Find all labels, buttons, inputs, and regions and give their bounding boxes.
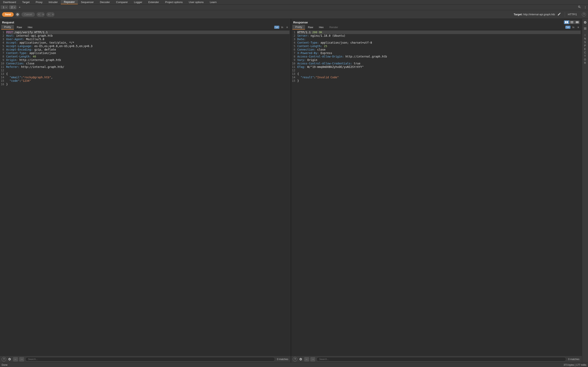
repeater-tab-2[interactable]: 2×: [9, 5, 17, 9]
layout-buttons: [564, 20, 580, 24]
menu-item-learn[interactable]: Learn: [207, 0, 220, 4]
view-tab-pretty[interactable]: Pretty: [1, 25, 14, 30]
top-menu: DashboardTargetProxyIntruderRepeaterSequ…: [0, 0, 588, 4]
response-title: Response: [293, 21, 308, 24]
response-newline-toggle[interactable]: \n: [565, 26, 571, 29]
request-view-tabs: PrettyRawHex \n \n ≡: [0, 25, 291, 30]
request-search-input[interactable]: [25, 357, 275, 361]
status-right: 373 bytes | 177 millis: [563, 364, 586, 366]
response-menu-icon[interactable]: ≡: [576, 26, 581, 29]
layout-single-button[interactable]: [575, 20, 580, 24]
request-pane: Request PrettyRawHex \n \n ≡ 12345678910…: [0, 19, 291, 363]
send-button[interactable]: Send: [2, 12, 14, 17]
menu-item-extender[interactable]: Extender: [145, 0, 162, 4]
menu-item-logger[interactable]: Logger: [131, 0, 145, 4]
response-matches-label: 0 matches: [567, 358, 580, 361]
menu-item-proxy[interactable]: Proxy: [33, 0, 45, 4]
request-title: Request: [2, 21, 14, 24]
layout-columns-button[interactable]: [564, 20, 569, 24]
svg-rect-1: [567, 21, 568, 23]
add-tab-button[interactable]: +: [17, 5, 22, 9]
response-newline-label: \n: [571, 26, 576, 29]
menu-item-comparer[interactable]: Comparer: [113, 0, 131, 4]
request-prev-match[interactable]: ←: [13, 357, 18, 361]
menu-item-intruder[interactable]: Intruder: [45, 0, 61, 4]
more-icon[interactable]: ⋮: [582, 6, 588, 9]
target-label: Target: http://internal-api.graph.htb: [514, 13, 555, 16]
response-footer: ? ← → 0 matches: [291, 356, 582, 363]
cancel-button[interactable]: Cancel: [21, 12, 35, 17]
history-forward-group: > ▾: [46, 12, 54, 17]
svg-rect-2: [571, 21, 573, 22]
request-help-icon[interactable]: ?: [2, 357, 6, 361]
target-value: http://internal-api.graph.htb: [523, 13, 555, 16]
response-editor[interactable]: 123456789101112131415 HTTP/1.1 200 OKSer…: [291, 30, 582, 356]
menu-item-decoder[interactable]: Decoder: [97, 0, 113, 4]
svg-rect-4: [576, 21, 579, 23]
menu-item-user-options[interactable]: User options: [186, 0, 207, 4]
request-menu-icon[interactable]: ≡: [285, 26, 290, 29]
response-gear-icon[interactable]: [298, 357, 303, 361]
toolbar: Send Cancel < ▾ > ▾ Target: http://inter…: [0, 10, 588, 19]
menu-item-target[interactable]: Target: [19, 0, 33, 4]
status-bar: Done 373 bytes | 177 millis: [0, 363, 588, 367]
help-icon[interactable]: ?: [582, 12, 586, 17]
view-tab-render[interactable]: Render: [327, 25, 341, 29]
inspector-column: INSPECTOR: [582, 19, 588, 363]
main-area: Request PrettyRawHex \n \n ≡ 12345678910…: [0, 19, 588, 363]
history-forward-button[interactable]: >: [46, 12, 51, 17]
history-back-button[interactable]: <: [36, 12, 42, 17]
search-icon[interactable]: [577, 5, 582, 9]
menu-item-sequencer[interactable]: Sequencer: [78, 0, 97, 4]
response-pane: Response PrettyRawHexRender \n \n ≡ 1234…: [291, 19, 582, 363]
view-tab-pretty[interactable]: Pretty: [292, 25, 305, 30]
request-gear-icon[interactable]: [7, 357, 12, 361]
svg-rect-3: [571, 22, 573, 23]
response-help-icon[interactable]: ?: [293, 357, 297, 361]
request-matches-label: 0 matches: [276, 358, 289, 361]
history-back-dropdown[interactable]: ▾: [42, 12, 45, 17]
menu-item-dashboard[interactable]: Dashboard: [0, 0, 19, 4]
request-footer: ? ← → 0 matches: [0, 356, 291, 363]
gear-icon[interactable]: [15, 12, 20, 17]
response-next-match[interactable]: →: [310, 357, 315, 361]
layout-rows-button[interactable]: [569, 20, 575, 24]
view-tab-hex[interactable]: Hex: [316, 25, 327, 29]
divider: [565, 12, 565, 17]
close-tab-icon[interactable]: ×: [14, 6, 15, 8]
history-forward-dropdown[interactable]: ▾: [51, 12, 54, 17]
response-view-tabs: PrettyRawHexRender \n \n ≡: [291, 25, 582, 30]
inspector-label[interactable]: INSPECTOR: [584, 34, 587, 65]
repeater-tabs: 1×2× + ⋮: [0, 4, 588, 10]
http-version-label[interactable]: HTTP/1: [568, 13, 577, 16]
response-prev-match[interactable]: ←: [304, 357, 309, 361]
menu-item-project-options[interactable]: Project options: [162, 0, 186, 4]
status-left: Done: [2, 364, 8, 366]
inspector-gear-icon[interactable]: [583, 20, 587, 25]
newline-toggle[interactable]: \n: [274, 26, 279, 29]
target-prefix: Target:: [514, 13, 523, 16]
response-search-input[interactable]: [316, 357, 566, 361]
edit-target-icon[interactable]: [557, 12, 562, 17]
view-tab-raw[interactable]: Raw: [14, 25, 25, 29]
inspector-expand-icon[interactable]: [583, 26, 587, 31]
repeater-tab-1[interactable]: 1×: [1, 5, 8, 9]
newline-label: \n: [280, 26, 285, 29]
view-tab-raw[interactable]: Raw: [305, 25, 316, 29]
menu-item-repeater[interactable]: Repeater: [61, 0, 78, 4]
history-back-group: < ▾: [36, 12, 45, 17]
view-tab-hex[interactable]: Hex: [25, 25, 35, 29]
close-tab-icon[interactable]: ×: [6, 6, 7, 8]
svg-rect-0: [565, 21, 566, 23]
request-editor[interactable]: 12345678910111213141516 POST /api/verify…: [0, 30, 291, 356]
request-next-match[interactable]: →: [19, 357, 24, 361]
